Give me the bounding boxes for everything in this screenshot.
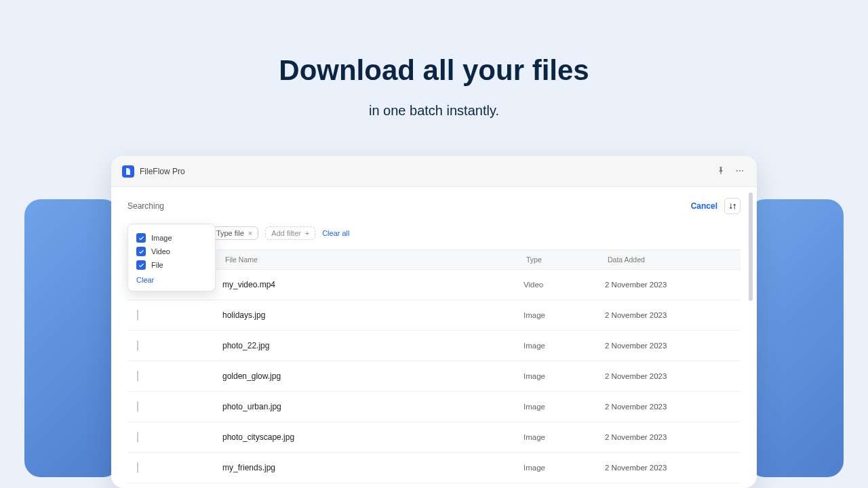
file-date: 2 November 2023 (605, 433, 741, 441)
file-date: 2 November 2023 (605, 403, 741, 411)
file-name: photo_urban.jpg (222, 402, 524, 411)
filter-option-label: Image (151, 234, 172, 242)
col-file-name: File Name (222, 256, 524, 264)
file-name: photo_22.jpg (222, 341, 524, 350)
file-type: Image (524, 342, 605, 350)
table-row[interactable]: golden_glow.jpg Image 2 November 2023 (127, 361, 741, 392)
file-table: File Name Type Data Added my_video.mp4 V… (127, 249, 741, 488)
add-filter-label: Add filter (271, 229, 300, 237)
file-name: golden_glow.jpg (222, 371, 524, 381)
file-date: 2 November 2023 (605, 342, 741, 350)
app-window: FileFlow Pro Searching Cancel Type image (111, 156, 757, 488)
svg-point-2 (742, 170, 743, 171)
file-type: Image (524, 311, 605, 319)
titlebar: FileFlow Pro (111, 156, 757, 187)
file-type: Image (524, 464, 605, 472)
checkbox-checked-icon (136, 233, 146, 243)
row-checkbox[interactable] (137, 371, 138, 382)
search-status: Searching (127, 201, 164, 211)
svg-point-1 (739, 170, 741, 171)
sort-button[interactable] (724, 198, 741, 214)
type-filter-dropdown: Image Video File Clear (127, 224, 216, 291)
filter-option-image[interactable]: Image (136, 231, 207, 245)
col-date: Data Added (605, 256, 741, 264)
row-checkbox[interactable] (137, 462, 138, 473)
checkbox-checked-icon (136, 247, 146, 256)
decorative-backdrop-right (749, 199, 844, 477)
file-type: Image (524, 403, 605, 411)
file-date: 2 November 2023 (605, 281, 741, 289)
app-brand: FileFlow Pro (122, 165, 185, 178)
pin-icon[interactable] (716, 166, 727, 177)
row-checkbox[interactable] (137, 340, 138, 351)
table-row[interactable]: my_friends_2.jpg Image 2 November 2023 (127, 483, 741, 488)
filter-option-file[interactable]: File (136, 258, 207, 272)
remove-filter-icon[interactable]: × (248, 229, 252, 237)
table-header: File Name Type Data Added (127, 249, 741, 270)
table-row[interactable]: photo_cityscape.jpg Image 2 November 202… (127, 422, 741, 453)
svg-point-0 (736, 170, 738, 171)
content-panel: Searching Cancel Type image, Type video,… (111, 187, 757, 488)
filter-row: Type image, Type video, Type file × Add … (127, 226, 741, 240)
table-row[interactable]: photo_urban.jpg Image 2 November 2023 (127, 392, 741, 422)
app-logo-icon (122, 165, 134, 178)
file-name: my_friends.jpg (222, 463, 524, 472)
table-row[interactable]: photo_22.jpg Image 2 November 2023 (127, 331, 741, 361)
table-row[interactable]: holidays.jpg Image 2 November 2023 (127, 300, 741, 331)
file-name: photo_cityscape.jpg (222, 432, 524, 442)
more-icon[interactable] (735, 166, 746, 177)
table-row[interactable]: my_friends.jpg Image 2 November 2023 (127, 453, 741, 483)
row-checkbox[interactable] (137, 432, 138, 443)
clear-all-button[interactable]: Clear all (322, 229, 349, 237)
file-name: my_video.mp4 (222, 280, 524, 289)
checkbox-checked-icon (136, 260, 146, 270)
scrollbar[interactable] (749, 192, 753, 301)
filter-option-label: Video (151, 247, 170, 256)
col-type: Type (524, 256, 605, 264)
hero-title: Download all your files (0, 54, 868, 87)
file-type: Image (524, 433, 605, 441)
file-date: 2 November 2023 (605, 464, 741, 472)
decorative-backdrop-left (24, 199, 119, 477)
filter-option-video[interactable]: Video (136, 245, 207, 258)
hero-subtitle: in one batch instantly. (0, 103, 868, 119)
filter-option-label: File (151, 261, 163, 269)
row-checkbox[interactable] (137, 310, 138, 321)
file-date: 2 November 2023 (605, 372, 741, 380)
app-name: FileFlow Pro (140, 167, 185, 176)
plus-icon: + (305, 229, 309, 237)
add-filter-button[interactable]: Add filter + (265, 226, 315, 240)
file-type: Video (524, 281, 605, 289)
file-name: holidays.jpg (222, 310, 524, 320)
dropdown-clear-button[interactable]: Clear (136, 276, 207, 284)
table-row[interactable]: my_video.mp4 Video 2 November 2023 (127, 270, 741, 300)
file-type: Image (524, 372, 605, 380)
file-date: 2 November 2023 (605, 311, 741, 319)
row-checkbox[interactable] (137, 401, 138, 412)
cancel-button[interactable]: Cancel (691, 201, 717, 211)
